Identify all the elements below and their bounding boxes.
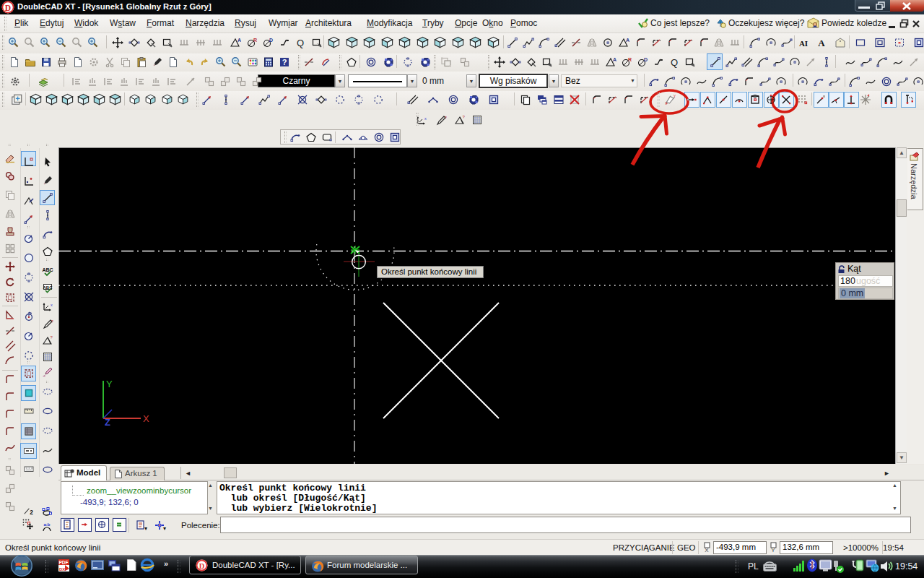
svg-text:PDF: PDF — [59, 560, 69, 565]
svg-text:D: D — [199, 562, 205, 570]
svg-text:Y: Y — [106, 379, 113, 389]
svg-text:X: X — [143, 413, 149, 424]
svg-text:Y: Y — [771, 547, 775, 553]
svg-text:D: D — [5, 4, 11, 12]
svg-text:Z: Z — [105, 417, 110, 428]
svg-text:X: X — [705, 547, 709, 553]
